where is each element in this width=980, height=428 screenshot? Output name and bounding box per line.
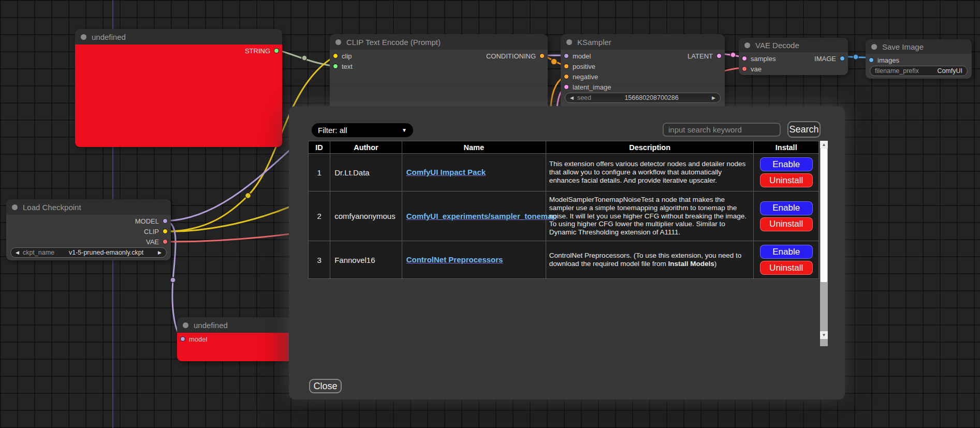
widget-label: ckpt_name: [23, 249, 54, 256]
ckpt-name-widget[interactable]: ◀ ckpt_name v1-5-pruned-emaonly.ckpt ▶: [10, 247, 167, 258]
collapse-dot-icon[interactable]: [566, 39, 572, 45]
enable-button[interactable]: Enable: [760, 245, 813, 259]
node-title: Load Checkpoint: [23, 203, 81, 212]
node-title-bar[interactable]: Save Image: [866, 39, 972, 54]
widget-value[interactable]: ComfyUI: [937, 67, 962, 75]
input-slot-images[interactable]: [869, 57, 874, 63]
search-input[interactable]: [663, 123, 781, 137]
filter-select[interactable]: Filter: all ▼: [312, 123, 413, 137]
extension-link[interactable]: ControlNet Preprocessors: [406, 255, 503, 264]
output-slot-model[interactable]: [163, 218, 168, 224]
node-title-bar[interactable]: Load Checkpoint: [6, 199, 171, 215]
table-header-row: ID Author Name Description Install: [309, 141, 819, 154]
input-slot-samples[interactable]: [742, 56, 747, 61]
scroll-down-icon[interactable]: ▼: [820, 331, 828, 339]
widget-label: filename_prefix: [875, 67, 919, 75]
vertical-scrollbar[interactable]: ▲ ▼: [820, 141, 828, 346]
filename-prefix-widget[interactable]: filename_prefix ComfyUI: [870, 66, 968, 76]
collapse-dot-icon[interactable]: [744, 42, 750, 48]
uninstall-button[interactable]: Uninstall: [760, 173, 813, 187]
widget-value[interactable]: v1-5-pruned-emaonly.ckpt: [69, 249, 143, 256]
collapse-dot-icon[interactable]: [183, 322, 188, 328]
node-title-bar[interactable]: undefined: [177, 317, 293, 333]
collapse-dot-icon[interactable]: [871, 44, 877, 50]
collapse-dot-icon[interactable]: [81, 34, 86, 40]
input-slot-text[interactable]: [333, 64, 338, 69]
search-button[interactable]: Search: [787, 121, 821, 138]
input-label-text: text: [342, 63, 353, 70]
output-slot-string[interactable]: [274, 48, 279, 53]
scroll-up-icon[interactable]: ▲: [820, 141, 828, 149]
input-slot-latent-image[interactable]: [564, 84, 569, 90]
filter-select-label: Filter: all: [318, 126, 347, 135]
input-slot-positive[interactable]: [564, 64, 569, 69]
node-vae-decode[interactable]: VAE Decode samples IMAGE vae: [739, 38, 848, 75]
cell-author: Dr.Lt.Data: [330, 154, 402, 191]
input-slot-model[interactable]: [180, 336, 185, 342]
node-undefined-bottom[interactable]: undefined model: [177, 317, 293, 361]
enable-button[interactable]: Enable: [760, 201, 813, 215]
extension-manager-dialog: Filter: all ▼ Search ID Author Name Desc…: [289, 106, 845, 400]
widget-decrement-icon[interactable]: ◀: [570, 96, 574, 100]
extension-table: ID Author Name Description Install 1 Dr.…: [308, 141, 819, 279]
output-slot-vae[interactable]: [163, 239, 168, 244]
scrollbar-thumb[interactable]: [821, 149, 827, 282]
input-slot-clip[interactable]: [333, 53, 338, 58]
column-header-description: Description: [546, 141, 754, 154]
node-title-bar[interactable]: VAE Decode: [739, 38, 848, 52]
cell-description: ModelSamplerTonemapNoiseTest a node that…: [546, 191, 754, 241]
input-label-vae: vae: [751, 65, 762, 73]
collapse-dot-icon[interactable]: [12, 204, 18, 210]
node-body: model: [177, 333, 293, 361]
wire-string: [278, 50, 335, 66]
output-slot-clip[interactable]: [163, 229, 168, 234]
output-label-model: MODEL: [135, 217, 159, 225]
input-slot-vae[interactable]: [742, 66, 747, 71]
extension-link[interactable]: ComfyUI Impact Pack: [406, 168, 486, 176]
uninstall-button[interactable]: Uninstall: [760, 261, 813, 275]
node-title: KSampler: [577, 38, 611, 47]
node-load-checkpoint[interactable]: Load Checkpoint MODEL CLIP VAE: [6, 199, 171, 260]
input-slot-model[interactable]: [564, 53, 569, 58]
reroute-dot-latent: [730, 52, 736, 57]
cell-description: This extension offers various detector n…: [546, 154, 754, 191]
column-header-author: Author: [330, 141, 402, 154]
output-slot-image[interactable]: [840, 56, 845, 61]
input-label-model: model: [189, 335, 207, 343]
output-label-string: STRING: [245, 47, 270, 55]
node-title: CLIP Text Encode (Prompt): [346, 38, 441, 47]
seed-widget[interactable]: ◀ seed 156680208700286 ▶: [565, 93, 721, 103]
node-title-bar[interactable]: undefined: [75, 29, 282, 45]
node-title: undefined: [92, 33, 126, 41]
node-title-bar[interactable]: CLIP Text Encode (Prompt): [330, 34, 548, 50]
node-body: images filename_prefix ComfyUI: [866, 54, 972, 79]
column-header-id: ID: [309, 141, 330, 154]
node-body: samples IMAGE vae: [739, 52, 848, 75]
enable-button[interactable]: Enable: [760, 157, 813, 171]
uninstall-button[interactable]: Uninstall: [760, 217, 813, 231]
widget-decrement-icon[interactable]: ◀: [16, 250, 19, 255]
node-save-image[interactable]: Save Image images filename_prefix ComfyU…: [866, 39, 972, 79]
column-header-install: Install: [754, 141, 819, 154]
input-label-negative: negative: [573, 73, 598, 81]
extension-link[interactable]: ComfyUI_experiments/sampler_tonemap: [406, 212, 557, 220]
cell-id: 3: [309, 241, 330, 279]
collapse-dot-icon[interactable]: [335, 39, 341, 45]
node-undefined-top[interactable]: undefined STRING: [75, 29, 282, 147]
output-label-conditioning: CONDITIONING: [486, 52, 536, 60]
widget-value[interactable]: 156680208700286: [624, 94, 678, 101]
reroute-dot-image: [853, 54, 858, 60]
input-slot-negative[interactable]: [564, 74, 569, 79]
reroute-dot-string: [302, 55, 307, 61]
column-header-name: Name: [402, 141, 546, 154]
input-label-images: images: [877, 56, 899, 64]
close-button[interactable]: Close: [309, 379, 342, 393]
table-row: 3 Fannovel16 ControlNet Preprocessors Co…: [309, 241, 819, 279]
node-title-bar[interactable]: KSampler: [561, 34, 725, 50]
chevron-down-icon: ▼: [402, 127, 407, 133]
widget-increment-icon[interactable]: ▶: [712, 96, 715, 100]
widget-increment-icon[interactable]: ▶: [158, 250, 162, 255]
wire-clip-b: [166, 206, 292, 231]
output-slot-conditioning[interactable]: [539, 53, 545, 58]
output-slot-latent[interactable]: [716, 53, 722, 58]
